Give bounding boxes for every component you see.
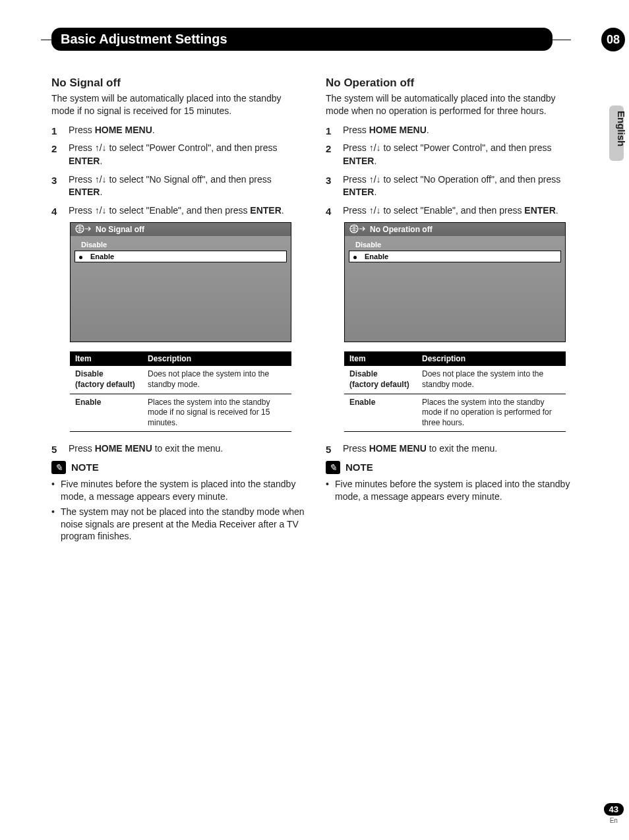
arrow-down-icon (102, 142, 107, 153)
step-2: Press / to select "Power Control", and t… (51, 142, 305, 167)
left-column: No Signal off The system will be automat… (51, 76, 305, 545)
table-row: Disable(factory default) Does not place … (70, 366, 291, 394)
note-header: ✎ NOTE (326, 461, 579, 474)
arrow-up-icon (369, 205, 374, 216)
intro-no-operation-off: The system will be automatically placed … (326, 92, 579, 117)
pencil-icon: ✎ (326, 461, 340, 474)
arrow-up-icon (95, 205, 100, 216)
page-number: 43 (604, 803, 624, 816)
th-item: Item (70, 351, 142, 366)
section-banner: Basic Adjustment Settings (51, 28, 572, 51)
osd-item-enable-selected: Enable (349, 251, 561, 262)
arrow-down-icon (102, 174, 107, 185)
arrow-down-icon (376, 205, 381, 216)
step-5: Press HOME MENU to exit the menu. (51, 442, 305, 456)
osd-panel-no-operation-off: No Operation off Disable Enable (344, 222, 566, 342)
language-tab-label: English (616, 111, 627, 146)
table-row: Disable(factory default) Does not place … (344, 366, 566, 394)
arrow-down-icon (102, 205, 107, 216)
osd-title: No Signal off (71, 223, 291, 236)
th-desc: Description (417, 351, 566, 366)
arrow-up-icon (369, 174, 374, 185)
steps-no-operation-off: Press HOME MENU. Press / to select "Powe… (326, 124, 579, 218)
note-item: The system may not be placed into the st… (51, 506, 305, 543)
arrow-up-icon (369, 142, 374, 153)
step-1: Press HOME MENU. (326, 124, 579, 137)
osd-item-disable: Disable (75, 239, 287, 251)
table-row: Enable Places the system into the standb… (70, 394, 291, 432)
steps-no-signal-off: Press HOME MENU. Press / to select "Powe… (51, 124, 305, 218)
heading-no-operation-off: No Operation off (326, 76, 579, 90)
osd-title: No Operation off (345, 223, 565, 236)
page-lang-short: En (604, 817, 624, 824)
th-desc: Description (142, 351, 291, 366)
table-no-signal-off: Item Description Disable(factory default… (70, 351, 291, 432)
step-3: Press / to select "No Signal off", and t… (51, 173, 305, 199)
th-item: Item (344, 351, 417, 366)
step-1: Press HOME MENU. (51, 124, 305, 137)
note-item: Five minutes before the system is placed… (51, 478, 305, 503)
step-5: Press HOME MENU to exit the menu. (326, 442, 579, 456)
note-header: ✎ NOTE (51, 461, 305, 474)
heading-no-signal-off: No Signal off (51, 76, 305, 90)
table-no-operation-off: Item Description Disable(factory default… (344, 351, 566, 432)
chapter-badge: 08 (601, 28, 625, 51)
note-item: Five minutes before the system is placed… (326, 478, 579, 503)
notes-list: Five minutes before the system is placed… (326, 478, 579, 503)
osd-body: Disable Enable (71, 236, 291, 342)
osd-body: Disable Enable (345, 236, 565, 342)
step-3: Press / to select "No Operation off", an… (326, 173, 579, 199)
arrow-up-icon (95, 174, 100, 185)
page-footer: 43 En (604, 803, 624, 824)
arrow-up-icon (95, 142, 100, 153)
intro-no-signal-off: The system will be automatically placed … (51, 92, 305, 117)
globe-arrow-icon (75, 224, 92, 234)
section-title: Basic Adjustment Settings (51, 28, 553, 51)
step-2: Press / to select "Power Control", and t… (326, 142, 579, 167)
right-column: No Operation off The system will be auto… (326, 76, 579, 545)
step-4: Press / to select "Enable", and then pre… (326, 204, 579, 218)
globe-arrow-icon (349, 224, 366, 234)
arrow-down-icon (376, 142, 381, 153)
osd-panel-no-signal-off: No Signal off Disable Enable (70, 222, 291, 342)
step-4: Press / to select "Enable", and then pre… (51, 204, 305, 218)
steps-no-operation-off-cont: Press HOME MENU to exit the menu. (326, 442, 579, 456)
pencil-icon: ✎ (51, 461, 66, 474)
table-row: Enable Places the system into the standb… (344, 394, 566, 432)
steps-no-signal-off-cont: Press HOME MENU to exit the menu. (51, 442, 305, 456)
osd-item-enable-selected: Enable (75, 251, 287, 262)
notes-list: Five minutes before the system is placed… (51, 478, 305, 543)
osd-item-disable: Disable (349, 239, 561, 251)
arrow-down-icon (376, 174, 381, 185)
